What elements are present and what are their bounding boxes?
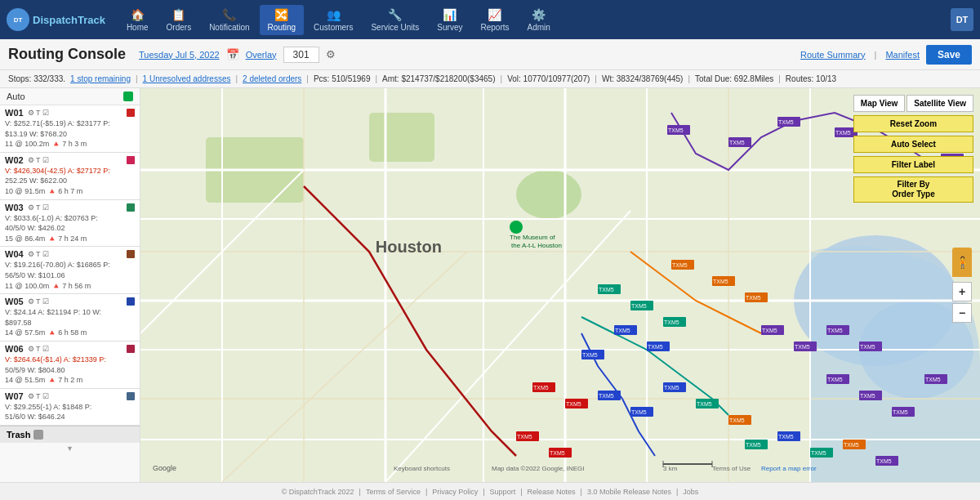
notification-icon: 📞 [222, 8, 236, 21]
route-stats-w05: V: $24.14 A: $21194 P: 10 W: $897.58 14 … [5, 307, 135, 338]
svg-text:TXM5: TXM5 [599, 393, 614, 399]
footer-link-release[interactable]: Release Notes [527, 488, 575, 496]
nav-item-orders[interactable]: 📋 Orders [158, 5, 200, 35]
filter-label-button[interactable]: Filter Label [853, 156, 973, 173]
svg-text:TXM5: TXM5 [778, 434, 794, 440]
user-avatar[interactable]: DT [951, 8, 973, 31]
unresolved-link[interactable]: 1 Unresolved addresses [143, 74, 231, 83]
overlay-link[interactable]: Overlay [246, 50, 277, 60]
nav-item-routing[interactable]: 🔀 Routing [260, 5, 304, 35]
route-card-w03[interactable]: W03 ⚙ T ☑ V: $033.6(-1.0) A: $20763 P: 4… [0, 200, 140, 248]
route-card-w07[interactable]: W07 ⚙ T ☑ V: $29.255(-1) A: $1848 P: 51/… [0, 389, 140, 426]
map-area[interactable]: TXM5 TXM5 TXM5 TXM5 TXM5 TXM5 TXM5 TXM5 … [140, 88, 980, 482]
route-card-w04[interactable]: W04 ⚙ T ☑ V: $19.216(-70.80) A: $16865 P… [0, 247, 140, 294]
route-card-w02[interactable]: W02 ⚙ T ☑ V: $426,304(-42.5) A: $27172 P… [0, 153, 140, 200]
reset-zoom-button[interactable]: Reset Zoom [853, 115, 973, 132]
route-w05-line2: $897.58 [5, 318, 135, 328]
svg-text:TXM5: TXM5 [746, 442, 761, 448]
footer-sep-2: | [425, 488, 427, 496]
date-link[interactable]: Tuesday Jul 5, 2022 [139, 50, 220, 60]
route-id-w01: W01 [5, 108, 24, 118]
route-w03-line3: 15 @ 86.4m 🔺 7 h 24 m [5, 234, 135, 244]
stops-stat: Stops: 332/333. [8, 74, 65, 83]
footer-sep-5: | [581, 488, 582, 496]
page-title: Routing Console [8, 46, 126, 63]
zoom-out-button[interactable]: − [952, 303, 972, 323]
logo-track: Track [78, 14, 105, 26]
nav-item-home[interactable]: 🏠 Home [118, 5, 157, 35]
calendar-icon[interactable]: 📅 [226, 48, 239, 60]
route-w02-line1: V: $426,304(-42.5) A: $27172 P: [5, 166, 135, 176]
filter-order-type-button[interactable]: Filter ByOrder Type [853, 176, 973, 203]
route-w06-line3: 14 @ 51.5m 🔺 7 h 2 m [5, 375, 135, 386]
nav-item-service-units[interactable]: 🔧 Service Units [363, 5, 427, 35]
header-bar: Routing Console Tuesday Jul 5, 2022 📅 Ov… [0, 39, 980, 70]
route-w06-line2: 50/5/9 W: $804.80 [5, 365, 135, 376]
svg-text:3 km: 3 km [663, 465, 678, 472]
street-view-pegman[interactable]: 🧍 [952, 248, 972, 277]
svg-text:TXM5: TXM5 [672, 262, 688, 268]
nav-item-reports[interactable]: 📈 Reports [472, 5, 517, 35]
map-background[interactable]: TXM5 TXM5 TXM5 TXM5 TXM5 TXM5 TXM5 TXM5 … [140, 88, 980, 482]
footer-link-support[interactable]: Support [490, 488, 516, 496]
deleted-link[interactable]: 2 deleted orders [243, 74, 301, 83]
nav-item-routing-label: Routing [268, 23, 296, 32]
svg-text:TXM5: TXM5 [811, 450, 826, 456]
orders-icon: 📋 [172, 8, 185, 21]
survey-icon: 📊 [443, 8, 457, 21]
route-color-w04 [127, 250, 135, 258]
nav-item-survey-label: Survey [437, 23, 462, 32]
svg-text:Keyboard shortcuts: Keyboard shortcuts [394, 465, 450, 472]
route-id-w07: W07 [5, 391, 24, 401]
footer-link-privacy[interactable]: Privacy Policy [432, 488, 478, 496]
route-summary-link[interactable]: Route Summary [800, 50, 865, 60]
logo-icon: DT [7, 8, 29, 31]
nav-item-notification[interactable]: 📞 Notification [201, 5, 257, 35]
routing-icon: 🔀 [274, 8, 288, 21]
zoom-in-button[interactable]: + [952, 282, 972, 301]
top-navigation: DT DispatchTrack 🏠 Home 📋 Orders 📞 Notif… [0, 0, 980, 39]
route-number-input[interactable] [283, 47, 319, 63]
footer-link-mobile[interactable]: 3.0 Mobile Release Notes [587, 488, 671, 496]
route-card-w01[interactable]: W01 ⚙ T ☑ V: $252.71(-$5.19) A: $23177 P… [0, 105, 140, 153]
stop-remaining-link[interactable]: 1 stop remaining [70, 74, 131, 83]
total-due-stat: Total Due: 692.8Miles [695, 74, 773, 83]
satellite-view-button[interactable]: Satellite View [906, 95, 973, 112]
settings-icon[interactable]: ⚙ [326, 48, 336, 60]
svg-text:TXM5: TXM5 [713, 279, 728, 284]
svg-text:TXM5: TXM5 [729, 140, 745, 145]
auto-select-button[interactable]: Auto Select [853, 136, 973, 153]
save-button[interactable]: Save [926, 45, 972, 65]
trash-row[interactable]: Trash [0, 426, 140, 443]
route-stats-w04: V: $19.216(-70.80) A: $16865 P: 56/5/0 W… [5, 260, 135, 291]
svg-text:TXM5: TXM5 [668, 127, 684, 133]
trash-color-box [33, 430, 43, 440]
svg-text:TXM5: TXM5 [631, 303, 647, 309]
route-card-w05[interactable]: W05 ⚙ T ☑ V: $24.14 A: $21194 P: 10 W: $… [0, 294, 140, 342]
nav-item-customers[interactable]: 👥 Customers [305, 5, 361, 35]
svg-text:TXM5: TXM5 [893, 409, 908, 415]
nav-items-container: 🏠 Home 📋 Orders 📞 Notification 🔀 Routing… [118, 5, 951, 35]
nav-item-survey[interactable]: 📊 Survey [429, 5, 470, 35]
svg-text:TXM5: TXM5 [697, 401, 712, 407]
nav-item-admin[interactable]: ⚙️ Admin [519, 5, 558, 35]
svg-text:TXM5: TXM5 [599, 287, 614, 292]
routes-stat: Routes: 10/13 [786, 74, 836, 83]
svg-rect-4 [369, 113, 434, 162]
svg-text:TXM5: TXM5 [550, 450, 565, 456]
footer-link-jobs[interactable]: Jobs [683, 488, 698, 496]
manifest-link[interactable]: Manifest [885, 50, 920, 60]
route-card-w06[interactable]: W06 ⚙ T ☑ V: $264.64(-$1.4) A: $21339 P:… [0, 342, 140, 389]
svg-text:TXM5: TXM5 [729, 417, 745, 423]
route-id-w06: W06 [5, 344, 24, 354]
route-color-w07 [127, 392, 135, 400]
footer-link-terms[interactable]: Terms of Service [366, 488, 421, 496]
map-controls: Map View Satellite View Reset Zoom Auto … [853, 95, 973, 203]
map-view-button[interactable]: Map View [853, 95, 905, 112]
svg-text:TXM5: TXM5 [746, 295, 761, 301]
route-w03-line1: V: $033.6(-1.0) A: $20763 P: [5, 213, 135, 224]
route-w05-line1: V: $24.14 A: $21194 P: 10 W: [5, 307, 135, 318]
route-color-w01 [127, 109, 135, 117]
svg-text:TXM5: TXM5 [533, 385, 549, 391]
route-stats-w01: V: $252.71(-$5.19) A: $23177 P: $13.19 W… [5, 118, 135, 150]
